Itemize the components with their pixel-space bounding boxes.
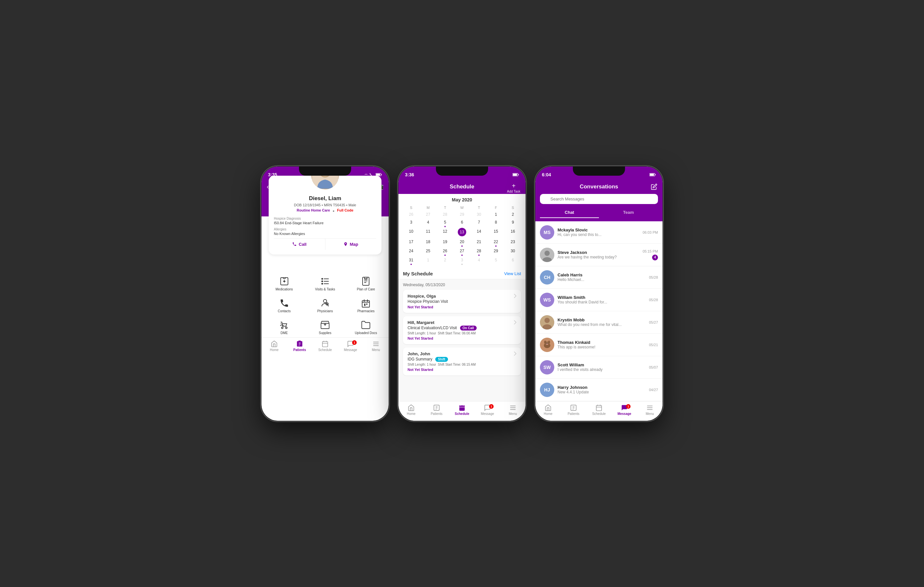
allergies-value: No Known Allergies xyxy=(274,232,376,236)
cal-day-28: 28 xyxy=(476,247,482,254)
nav-patients-1[interactable]: Patients xyxy=(287,340,312,352)
action-row: Call Map xyxy=(274,238,376,250)
conversation-item-7[interactable]: HJ Harry Johnson New 4.4.1 Update 04/27 xyxy=(535,379,663,401)
cal-day-16: 16 xyxy=(510,228,515,235)
schedule-list: Wednesday, 05/13/2020 Hospice, Olga Hosp… xyxy=(398,279,526,401)
nav-message-2[interactable]: 1 Message xyxy=(475,404,500,416)
nav-schedule-2[interactable]: Schedule xyxy=(449,404,475,416)
nav-schedule-label-3: Schedule xyxy=(592,412,606,416)
cal-day-5: 5 xyxy=(444,219,447,226)
message-badge-3: 1 xyxy=(626,404,630,409)
tab-team[interactable]: Team xyxy=(599,207,658,218)
view-list-button[interactable]: View List xyxy=(504,271,521,276)
add-task-button[interactable]: + Add Task xyxy=(507,182,520,193)
nav-home-3[interactable]: Home xyxy=(535,404,561,416)
tab-chat[interactable]: Chat xyxy=(540,207,599,218)
conversation-item-4[interactable]: Krystin Mobb What do you need from me fo… xyxy=(535,311,663,334)
conv-time-4: 05/27 xyxy=(649,320,658,324)
nav-message-1[interactable]: 1 Message xyxy=(338,340,363,352)
schedule-visit-2: IDG Summary Shift xyxy=(408,357,514,362)
conv-preview-1: Are we having the meeting today? xyxy=(558,255,639,259)
nav-home-2[interactable]: Home xyxy=(398,404,424,416)
supplies-icon-item[interactable]: Supplies xyxy=(305,316,345,337)
dme-icon-item[interactable]: DME xyxy=(264,316,304,337)
patient-name: Diesel, Liam xyxy=(274,195,376,202)
search-input[interactable] xyxy=(540,194,658,204)
conv-content-2: Caleb Harris Hello Michael... xyxy=(558,272,645,282)
svg-rect-37 xyxy=(650,174,654,176)
conversation-item-1[interactable]: Steve Jackson Are we having the meeting … xyxy=(535,244,663,266)
nav-menu-3[interactable]: Menu xyxy=(637,404,663,416)
uploaded-docs-label: Uploaded Docs xyxy=(355,331,377,335)
pharmacies-icon-item[interactable]: Pharmacies xyxy=(346,294,386,315)
conversation-item-0[interactable]: MS Mckayla Slovic Hi, can you send this … xyxy=(535,221,663,244)
cal-day-5-next: 5 xyxy=(494,257,498,264)
cal-day-15: 15 xyxy=(493,228,498,235)
svg-point-19 xyxy=(281,327,283,328)
conv-preview-5: This app is awesome! xyxy=(558,345,645,350)
conv-avatar-1 xyxy=(540,248,554,262)
conv-meta-0: 06:03 PM xyxy=(643,231,658,234)
nav-patients-label-1: Patients xyxy=(294,348,306,352)
calendar-days-of-week: S M T W T F S 26 27 28 29 30 1 2 3 xyxy=(403,205,521,265)
schedule-item-1[interactable]: Hill, Margaret Clinical Evaluation/LCD V… xyxy=(403,316,521,344)
svg-rect-32 xyxy=(459,405,465,411)
svg-point-40 xyxy=(544,251,550,256)
schedule-date-header: Wednesday, 05/13/2020 xyxy=(403,283,521,287)
conv-time-3: 05/28 xyxy=(649,298,658,302)
svg-point-7 xyxy=(323,170,324,171)
map-button[interactable]: Map xyxy=(325,239,376,250)
svg-rect-18 xyxy=(366,303,368,305)
svg-point-10 xyxy=(322,278,323,280)
phone-1: 3:35 ‹ 📷 xyxy=(261,167,389,421)
add-task-label: Add Task xyxy=(507,190,520,193)
nav-patients-2[interactable]: Patients xyxy=(424,404,449,416)
nav-menu-2[interactable]: Menu xyxy=(500,404,526,416)
svg-rect-54 xyxy=(596,405,602,411)
schedule-item-0[interactable]: Hospice, Olga Hospice Physician Visit No… xyxy=(403,290,521,313)
conversations-title: Conversations xyxy=(580,183,618,190)
svg-point-9 xyxy=(284,280,285,282)
nav-schedule-1[interactable]: Schedule xyxy=(312,340,338,352)
nav-message-3[interactable]: 1 Message xyxy=(612,404,637,416)
bottom-nav-2: Home Patients Schedule 1 Message M xyxy=(398,401,526,421)
svg-rect-38 xyxy=(655,174,656,175)
nav-home-1[interactable]: Home xyxy=(261,340,287,352)
conversation-item-5[interactable]: Thomas Kinkaid This app is awesome! 05/2… xyxy=(535,334,663,356)
feature-icons-grid: Medications Visits & Tasks xyxy=(261,272,389,337)
conv-avatar-2: CH xyxy=(540,270,554,285)
conversation-item-3[interactable]: WS William Smith You should thank David … xyxy=(535,289,663,311)
cal-day-2: 2 xyxy=(511,211,515,218)
visits-tasks-icon-item[interactable]: Visits & Tasks xyxy=(305,272,345,294)
cal-day-21: 21 xyxy=(476,238,482,246)
cal-day-6: 6 xyxy=(460,219,464,226)
svg-point-12 xyxy=(322,283,323,285)
cal-day-12: 12 xyxy=(442,228,448,235)
medications-icon-item[interactable]: Medications xyxy=(264,272,304,294)
contacts-icon-item[interactable]: Contacts xyxy=(264,294,304,315)
plan-of-care-icon-item[interactable]: Plan of Care xyxy=(346,272,386,294)
nav-menu-1[interactable]: Menu xyxy=(363,340,389,352)
schedule-meta1-1: Shift Length: 1 hour Shift Start Time: 0… xyxy=(408,331,514,335)
svg-rect-17 xyxy=(364,303,365,306)
compose-button[interactable] xyxy=(651,183,657,192)
schedule-item-2[interactable]: John, John IDG Summary Shift Shift Lengt… xyxy=(403,348,521,376)
cal-day-30: 30 xyxy=(510,247,515,254)
nav-schedule-3[interactable]: Schedule xyxy=(586,404,612,416)
cal-day-7: 7 xyxy=(477,219,481,226)
physicians-icon-item[interactable]: Physicians xyxy=(305,294,345,315)
conversation-item-6[interactable]: SW Scott William I verified the visits a… xyxy=(535,356,663,379)
svg-point-49 xyxy=(548,341,550,344)
conversations-header: Conversations xyxy=(535,181,663,194)
conv-avatar-7: HJ xyxy=(540,383,554,397)
status-time-2: 3:36 xyxy=(405,172,414,177)
schedule-visit-1: Clinical Evaluation/LCD Visit On Call xyxy=(408,326,514,330)
schedule-status-0: Not Yet Started xyxy=(408,305,514,309)
conversation-item-2[interactable]: CH Caleb Harris Hello Michael... 05/28 xyxy=(535,266,663,289)
nav-patients-3[interactable]: Patients xyxy=(561,404,586,416)
cal-day-29: 29 xyxy=(493,247,498,254)
uploaded-docs-icon-item[interactable]: Uploaded Docs xyxy=(346,316,386,337)
nav-home-label-2: Home xyxy=(407,412,416,416)
call-button[interactable]: Call xyxy=(274,239,325,250)
care-type-badge: Routine Home Care xyxy=(297,208,330,214)
